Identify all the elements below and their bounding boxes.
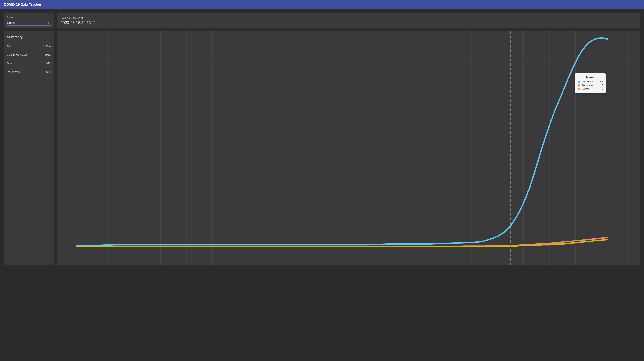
summary-label-deaths: Deaths [7, 62, 15, 65]
summary-value-all: 10284 [43, 45, 50, 48]
summary-label-confirmed: Confirmed Cases [7, 53, 28, 56]
app-title: COVID-19 Data Tracker [4, 3, 42, 7]
country-panel: Country Spain Italy Germany France US Ch… [4, 13, 54, 28]
main-content: Country Spain Italy Germany France US Ch… [0, 10, 644, 269]
summary-row-confirmed: Confirmed Cases 9942 [7, 51, 50, 59]
summary-value-deaths: 342 [46, 62, 50, 65]
summary-label-recovered: Recovered [7, 70, 20, 74]
country-select-wrapper[interactable]: Spain Italy Germany France US China [7, 20, 50, 26]
chart-panel: March Confirmed_: 84 Recovered_: 2 Death… [57, 31, 640, 265]
summary-row-all: All 10284 [7, 42, 50, 51]
updated-panel: Data last updated at: 2020-03-16 20:13:1… [57, 13, 640, 28]
chart-grid [57, 31, 640, 265]
summary-row-recovered: Recovered 530 [7, 68, 50, 76]
chart-svg [57, 31, 640, 265]
summary-title: Summary [7, 35, 50, 39]
summary-value-confirmed: 9942 [45, 53, 50, 56]
updated-value: 2020-03-16 20:13:11 [60, 21, 636, 25]
country-label: Country [7, 16, 50, 19]
updated-label: Data last updated at: [60, 17, 636, 19]
top-row: Country Spain Italy Germany France US Ch… [4, 13, 640, 28]
summary-row-deaths: Deaths 342 [7, 59, 50, 68]
summary-panel: Summary All 10284 Confirmed Cases 9942 D… [4, 31, 54, 265]
summary-value-recovered: 530 [46, 70, 50, 74]
app-header: COVID-19 Data Tracker [0, 0, 644, 10]
bottom-row: Summary All 10284 Confirmed Cases 9942 D… [4, 31, 640, 265]
summary-label-all: All [7, 45, 10, 48]
country-select[interactable]: Spain Italy Germany France US China [7, 20, 50, 26]
